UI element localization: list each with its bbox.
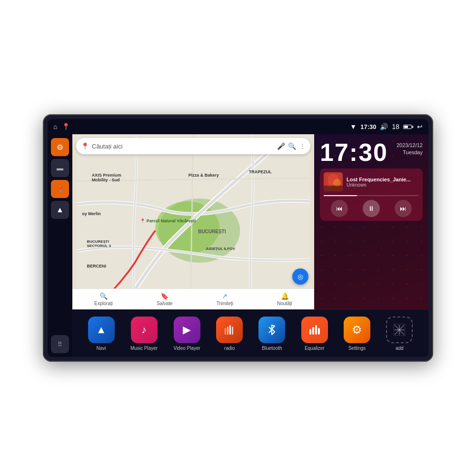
app-dock: ▲ Navi ♪ Music Player ▶ Vid	[72, 309, 428, 357]
music-icon-box: ♪	[131, 317, 158, 343]
map-search-input[interactable]: Căutați aici	[92, 143, 274, 150]
svg-point-6	[333, 179, 341, 187]
sidebar-btn-files[interactable]: ▬	[51, 159, 69, 177]
battery-icon	[403, 125, 413, 129]
volume-icon: 🔊	[380, 123, 388, 130]
settings-label: Settings	[348, 346, 366, 351]
signal-value: 18	[392, 123, 399, 130]
settings-icon: ⚙	[57, 143, 63, 152]
video-player-icon: ▶	[183, 324, 191, 336]
bluetooth-label: Bluetooth	[262, 346, 282, 351]
settings-gear-icon: ⚙	[352, 323, 362, 337]
navi-icon-box: ▲	[88, 317, 115, 343]
voice-search-icon[interactable]: 🎤	[277, 142, 285, 150]
next-button[interactable]: ⏭	[395, 200, 412, 217]
svg-rect-11	[229, 325, 231, 335]
svg-rect-10	[227, 327, 228, 335]
apps-grid-icon: ⠿	[58, 341, 62, 348]
map-searchbar[interactable]: 📍 Căutați aici 🎤 🔍 ⋮	[76, 138, 310, 154]
home-icon[interactable]: ⌂	[53, 123, 57, 130]
settings-dots-icon[interactable]: ⋮	[299, 142, 306, 150]
radio-label: radio	[224, 346, 235, 351]
svg-rect-12	[232, 327, 233, 335]
saved-label: Salvate	[157, 301, 172, 306]
map-bottom-bar: 🔍 Explorați 🔖 Salvate ↗ Trimiteți	[72, 288, 314, 309]
svg-rect-13	[309, 329, 311, 335]
prev-button[interactable]: ⏮	[331, 200, 348, 217]
share-label: Trimiteți	[217, 301, 233, 306]
wifi-icon: ▼	[350, 123, 357, 130]
news-icon: 🔔	[281, 292, 289, 300]
sidebar-btn-maps[interactable]: 📍	[51, 180, 69, 198]
bluetooth-icon-box	[258, 317, 285, 343]
music-player-icon: ♪	[141, 324, 147, 336]
settings-icon-box: ⚙	[344, 317, 370, 343]
main-area: ⚙ ▬ 📍 ▲ ⠿	[48, 134, 428, 357]
equalizer-bars-icon	[308, 323, 321, 337]
video-icon-box: ▶	[174, 317, 200, 343]
search-icon[interactable]: 🔍	[288, 142, 296, 150]
svg-rect-15	[315, 325, 317, 335]
sidebar-btn-apps[interactable]: ⠿	[51, 335, 69, 353]
share-icon: ↗	[222, 292, 228, 300]
add-label: add	[396, 346, 404, 351]
sidebar-btn-settings[interactable]: ⚙	[51, 138, 69, 156]
radio-waves-icon	[223, 323, 236, 337]
music-player: Lost Frequencies_Janie... Unknown ⏮ ⏸ ⏭	[320, 169, 423, 221]
app-add[interactable]: add	[386, 317, 413, 351]
navi-label: Navi	[97, 346, 106, 351]
radio-icon-box	[216, 317, 243, 343]
app-equalizer[interactable]: Equalizer	[301, 317, 328, 351]
explore-label: Explorați	[94, 301, 113, 306]
svg-rect-9	[225, 328, 226, 335]
map-tab-share[interactable]: ↗ Trimiteți	[217, 292, 233, 306]
music-title: Lost Frequencies_Janie...	[347, 177, 419, 182]
top-row: Google 📍 Căutați aici 🎤 🔍 ⋮ AXIS Premium…	[72, 134, 428, 309]
music-progress-fill	[324, 195, 357, 196]
app-settings[interactable]: ⚙ Settings	[344, 317, 370, 351]
saved-icon: 🔖	[160, 292, 169, 300]
app-music-player[interactable]: ♪ Music Player	[130, 317, 158, 351]
google-maps-icon: 📍	[81, 142, 89, 150]
back-icon[interactable]: ↩	[417, 123, 423, 130]
location-icon[interactable]: 📍	[62, 123, 70, 130]
clock-date: 2023/12/12 Tuesday	[397, 142, 423, 157]
music-controls: ⏮ ⏸ ⏭	[324, 200, 419, 217]
screen: ⌂ 📍 ▼ 17:30 🔊 18 ↩	[48, 119, 428, 357]
map-location-fab[interactable]: ◎	[292, 268, 308, 285]
album-art	[324, 172, 343, 191]
map-tab-news[interactable]: 🔔 Noutăți	[277, 292, 292, 306]
music-info: Lost Frequencies_Janie... Unknown	[324, 172, 419, 191]
status-bar: ⌂ 📍 ▼ 17:30 🔊 18 ↩	[48, 119, 428, 134]
map-tab-explore[interactable]: 🔍 Explorați	[94, 292, 113, 306]
sidebar-btn-navigation[interactable]: ▲	[51, 201, 69, 219]
app-radio[interactable]: radio	[216, 317, 243, 351]
play-pause-button[interactable]: ⏸	[363, 200, 380, 217]
navigation-icon: ▲	[56, 206, 64, 214]
sidebar: ⚙ ▬ 📍 ▲ ⠿	[48, 134, 72, 357]
status-time: 17:30	[360, 123, 376, 130]
navi-icon: ▲	[96, 324, 107, 336]
status-right: ▼ 17:30 🔊 18 ↩	[350, 123, 423, 130]
files-icon: ▬	[57, 164, 63, 172]
maps-icon: 📍	[56, 185, 64, 193]
clock-top: 17:30 2023/12/12 Tuesday	[320, 140, 423, 165]
app-video-player[interactable]: ▶ Video Player	[173, 317, 200, 351]
app-navi[interactable]: ▲ Navi	[88, 317, 115, 351]
equalizer-icon-box	[301, 317, 328, 343]
svg-rect-8	[324, 186, 343, 191]
app-bluetooth[interactable]: Bluetooth	[258, 317, 285, 351]
map-tab-saved[interactable]: 🔖 Salvate	[157, 292, 172, 306]
car-head-unit: ⌂ 📍 ▼ 17:30 🔊 18 ↩	[43, 114, 433, 362]
svg-rect-16	[318, 328, 320, 335]
svg-rect-14	[312, 327, 314, 335]
map-area[interactable]: Google 📍 Căutați aici 🎤 🔍 ⋮ AXIS Premium…	[72, 134, 314, 309]
status-left: ⌂ 📍	[53, 123, 70, 130]
add-icon-box	[386, 317, 413, 343]
center-content: Google 📍 Căutați aici 🎤 🔍 ⋮ AXIS Premium…	[72, 134, 428, 357]
music-player-label: Music Player	[130, 346, 158, 351]
news-label: Noutăți	[277, 301, 292, 306]
add-icon	[393, 323, 406, 337]
explore-icon: 🔍	[99, 292, 108, 300]
equalizer-label: Equalizer	[305, 346, 325, 351]
